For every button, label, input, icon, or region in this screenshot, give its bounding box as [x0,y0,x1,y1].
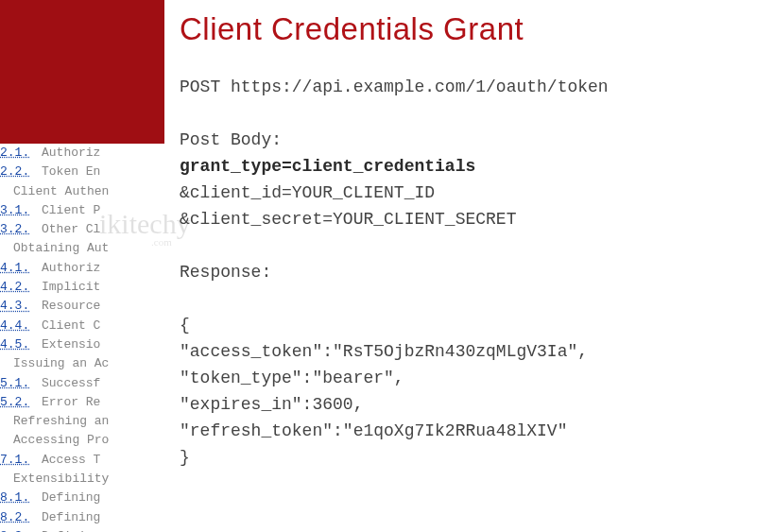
toc-item-number: 8.3. [0,527,42,532]
toc-item-number: 7.1. [0,451,42,470]
response-json-line: { [180,312,762,338]
response-json-line: "token_type":"bearer", [180,365,762,391]
toc-sidebar: 2.1. Authoriz2.2. Token EnClient Authen3… [0,144,164,532]
toc-item-number: 4.2. [0,278,42,297]
toc-item-text: Error Re [42,393,100,412]
client-id-line: &client_id=YOUR_CLIENT_ID [180,180,762,206]
toc-item[interactable]: 4.3. Resource [0,297,164,316]
toc-item[interactable]: 4.1. Authoriz [0,259,164,278]
toc-item-text: Client C [42,317,100,335]
toc-item-text: Extensio [42,335,100,354]
toc-section-title: Issuing an Ac [0,354,164,373]
toc-item-number: 4.4. [0,317,42,335]
toc-item-text: Defining [42,527,100,532]
toc-item-text: Successf [42,374,100,393]
toc-item[interactable]: 4.5. Extensio [0,335,164,354]
response-label: Response: [180,259,762,285]
toc-item-number: 5.1. [0,374,42,393]
request-line: POST https://api.example.com/1/oauth/tok… [180,74,762,100]
toc-item-text: Access T [42,451,100,470]
grant-type-line: grant_type=client_credentials [180,153,762,180]
post-body-label: Post Body: [180,127,762,153]
toc-item-text: Implicit [42,278,100,297]
toc-item[interactable]: 5.2. Error Re [0,393,164,412]
toc-item-number: 4.3. [0,297,42,316]
response-json-line: "access_token":"RsT5OjbzRn430zqMLgV3Ia", [180,338,762,365]
toc-item-text: Client P [42,201,100,220]
toc-item[interactable]: 8.2. Defining [0,508,164,527]
toc-section-title: Client Authen [0,182,164,201]
client-secret-line: &client_secret=YOUR_CLIENT_SECRET [180,206,762,232]
toc-item-text: Authoriz [42,259,100,278]
toc-item[interactable]: 4.2. Implicit [0,278,164,297]
toc-item[interactable]: 3.1. Client P [0,201,164,220]
toc-item[interactable]: 2.2. Token En [0,163,164,181]
main-content: Client Credentials Grant POST https://ap… [180,11,762,532]
toc-item-text: Defining [42,489,100,507]
toc-item[interactable]: 4.4. Client C [0,317,164,335]
toc-item-text: Resource [42,297,100,316]
toc-item-number: 3.2. [0,220,42,239]
toc-item-text: Authoriz [42,144,100,163]
toc-section-title: Extensibility [0,470,164,489]
toc-item[interactable]: 7.1. Access T [0,451,164,470]
toc-item[interactable]: 5.1. Successf [0,374,164,393]
page-title: Client Credentials Grant [180,11,762,47]
toc-item-number: 4.1. [0,259,42,278]
toc-item-number: 2.1. [0,144,42,163]
toc-item-text: Other Cl [42,220,100,239]
toc-item-number: 8.2. [0,508,42,527]
toc-item-number: 5.2. [0,393,42,412]
toc-item-number: 8.1. [0,489,42,507]
toc-section-title: Obtaining Aut [0,239,164,258]
toc-section-title: Accessing Pro [0,431,164,450]
toc-item[interactable]: 8.3. Defining [0,527,164,532]
toc-item-number: 4.5. [0,335,42,354]
response-json-line: "refresh_token":"e1qoXg7Ik2RRua48lXIV" [180,418,762,444]
header-red-block [0,0,164,144]
toc-item[interactable]: 8.1. Defining [0,489,164,507]
response-json-line: "expires_in":3600, [180,391,762,418]
toc-item-text: Defining [42,508,100,527]
toc-item[interactable]: 2.1. Authoriz [0,144,164,163]
response-json-line: } [180,444,762,471]
toc-item-number: 3.1. [0,201,42,220]
toc-item[interactable]: 3.2. Other Cl [0,220,164,239]
toc-section-title: Refreshing an [0,412,164,431]
toc-item-text: Token En [42,163,100,181]
toc-item-number: 2.2. [0,163,42,181]
